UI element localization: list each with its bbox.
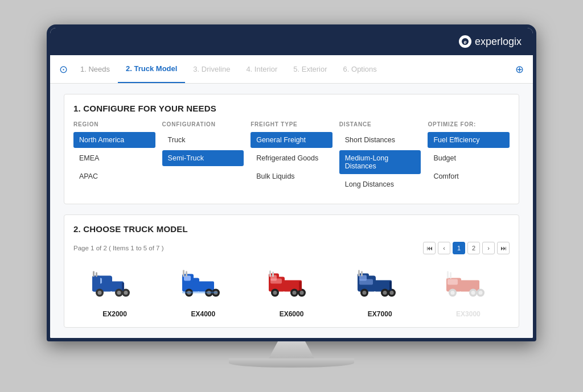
truck-name-ex4000: EX4000 bbox=[191, 310, 215, 318]
stand-neck bbox=[269, 341, 314, 358]
app-header: e experlogix bbox=[50, 28, 533, 55]
step-forward-icon[interactable]: ⊕ bbox=[515, 63, 524, 76]
config-col-distance: DISTANCE Short Distances Medium-Long Dis… bbox=[339, 121, 421, 195]
config-col-configuration: CONFIGURATION Truck Semi-Truck bbox=[162, 121, 244, 195]
config-section: 1. CONFIGURE FOR YOUR NEEDS REGION North… bbox=[64, 94, 519, 204]
configuration-label: CONFIGURATION bbox=[162, 121, 244, 127]
svg-rect-46 bbox=[359, 279, 373, 285]
step-needs[interactable]: 1. Needs bbox=[72, 55, 118, 83]
svg-rect-40 bbox=[272, 272, 274, 277]
steps-nav: ⊙ 1. Needs 2. Truck Model 3. Driveline 4… bbox=[50, 55, 533, 84]
svg-rect-55 bbox=[389, 282, 392, 291]
region-label: REGION bbox=[73, 121, 155, 127]
svg-point-52 bbox=[390, 291, 394, 295]
truck-card-ex2000[interactable]: EX2000 bbox=[73, 261, 156, 318]
monitor-stand bbox=[47, 341, 536, 368]
logo-icon: e bbox=[459, 35, 471, 48]
freight-option-refrigerated[interactable]: Refrigerated Goods bbox=[251, 150, 332, 166]
logo-area: e experlogix bbox=[459, 35, 522, 48]
distance-option-short[interactable]: Short Distances bbox=[339, 132, 421, 148]
svg-rect-39 bbox=[269, 271, 271, 277]
step-interior[interactable]: 4. Interior bbox=[238, 55, 285, 83]
svg-rect-32 bbox=[270, 279, 282, 284]
svg-rect-26 bbox=[183, 270, 184, 277]
svg-point-60 bbox=[451, 291, 455, 295]
truck-image-ex2000 bbox=[73, 261, 156, 307]
page-first-btn[interactable]: ⏮ bbox=[423, 242, 436, 254]
region-option-emea[interactable]: EMEA bbox=[73, 150, 155, 166]
page-last-btn[interactable]: ⏭ bbox=[497, 242, 510, 254]
page-next-btn[interactable]: › bbox=[482, 242, 495, 254]
pagination-info: Page 1 of 2 ( Items 1 to 5 of 7 ) bbox=[73, 245, 164, 251]
config-option-truck[interactable]: Truck bbox=[162, 132, 244, 148]
page-1-btn[interactable]: 1 bbox=[453, 242, 465, 254]
svg-rect-14 bbox=[122, 283, 124, 291]
page-2-btn[interactable]: 2 bbox=[467, 242, 480, 254]
region-option-north-america[interactable]: North America bbox=[73, 132, 155, 148]
svg-point-36 bbox=[293, 291, 297, 295]
stand-base bbox=[229, 358, 354, 368]
truck-card-ex7000[interactable]: EX7000 bbox=[339, 261, 421, 318]
svg-rect-66 bbox=[450, 273, 451, 279]
truck-model-title: 2. CHOOSE TRUCK MODEL bbox=[73, 224, 510, 234]
svg-rect-12 bbox=[93, 271, 95, 277]
svg-point-38 bbox=[300, 291, 304, 295]
svg-rect-27 bbox=[186, 271, 187, 277]
pagination-controls: ⏮ ‹ 1 2 › ⏭ bbox=[423, 242, 510, 254]
truck-image-ex4000 bbox=[162, 261, 244, 307]
truck-card-ex6000[interactable]: EX6000 bbox=[250, 261, 332, 318]
truck-name-ex7000: EX7000 bbox=[368, 310, 392, 318]
optimize-option-comfort[interactable]: Comfort bbox=[428, 168, 510, 184]
freight-option-bulk[interactable]: Bulk Liquids bbox=[251, 168, 332, 184]
svg-rect-41 bbox=[299, 282, 302, 291]
trucks-grid: EX2000 bbox=[73, 261, 510, 318]
step-exterior[interactable]: 5. Exterior bbox=[285, 55, 335, 83]
distance-option-medium-long[interactable]: Medium-Long Distances bbox=[339, 150, 421, 174]
truck-name-ex2000: EX2000 bbox=[102, 310, 127, 318]
distance-label: DISTANCE bbox=[339, 121, 421, 127]
svg-rect-53 bbox=[358, 270, 360, 277]
step-options[interactable]: 6. Options bbox=[335, 55, 385, 83]
step-truck-model[interactable]: 2. Truck Model bbox=[118, 55, 185, 83]
config-col-region: REGION North America EMEA APAC bbox=[73, 121, 155, 195]
optimize-option-budget[interactable]: Budget bbox=[428, 150, 510, 166]
truck-name-ex3000: EX3000 bbox=[456, 310, 481, 318]
svg-rect-58 bbox=[447, 279, 458, 285]
distance-option-long[interactable]: Long Distances bbox=[339, 176, 421, 192]
truck-image-ex6000 bbox=[250, 261, 332, 307]
truck-card-ex4000[interactable]: EX4000 bbox=[162, 261, 244, 318]
svg-rect-13 bbox=[96, 273, 97, 277]
config-col-freight: FREIGHT TYPE General Freight Refrigerate… bbox=[251, 121, 332, 195]
svg-rect-18 bbox=[184, 276, 191, 281]
truck-image-ex7000 bbox=[339, 261, 421, 307]
svg-point-64 bbox=[479, 291, 483, 295]
page-prev-btn[interactable]: ‹ bbox=[438, 242, 450, 254]
svg-point-48 bbox=[363, 291, 367, 295]
freight-option-general[interactable]: General Freight bbox=[251, 132, 332, 148]
truck-image-ex3000 bbox=[427, 261, 510, 307]
config-col-optimize: OPTIMIZE FOR: Fuel Efficiency Budget Com… bbox=[428, 121, 510, 195]
truck-name-ex6000: EX6000 bbox=[280, 310, 304, 318]
svg-point-11 bbox=[124, 291, 128, 295]
svg-rect-54 bbox=[361, 271, 363, 277]
pagination-bar: Page 1 of 2 ( Items 1 to 5 of 7 ) ⏮ ‹ 1 … bbox=[73, 242, 510, 254]
svg-rect-25 bbox=[182, 292, 217, 294]
truck-card-ex3000[interactable]: EX3000 bbox=[427, 261, 510, 318]
svg-point-7 bbox=[97, 291, 101, 295]
config-columns: REGION North America EMEA APAC CONFIGURA… bbox=[73, 121, 510, 195]
logo-text: experlogix bbox=[475, 36, 522, 48]
region-option-apac[interactable]: APAC bbox=[73, 168, 155, 184]
optimize-label: OPTIMIZE FOR: bbox=[428, 121, 510, 127]
freight-label: FREIGHT TYPE bbox=[251, 121, 332, 127]
monitor-screen: e experlogix ⊙ 1. Needs 2. Truck Model 3… bbox=[47, 24, 536, 341]
svg-text:e: e bbox=[463, 39, 466, 45]
step-back-icon[interactable]: ⊙ bbox=[59, 63, 68, 76]
step-driveline[interactable]: 3. Driveline bbox=[185, 55, 238, 83]
screen-inner: e experlogix ⊙ 1. Needs 2. Truck Model 3… bbox=[50, 28, 533, 338]
config-option-semi-truck[interactable]: Semi-Truck bbox=[162, 150, 244, 166]
svg-point-34 bbox=[273, 291, 277, 295]
optimize-option-fuel[interactable]: Fuel Efficiency bbox=[428, 132, 510, 148]
svg-point-50 bbox=[383, 291, 387, 295]
config-section-title: 1. CONFIGURE FOR YOUR NEEDS bbox=[73, 104, 510, 113]
main-content: 1. CONFIGURE FOR YOUR NEEDS REGION North… bbox=[50, 84, 533, 338]
